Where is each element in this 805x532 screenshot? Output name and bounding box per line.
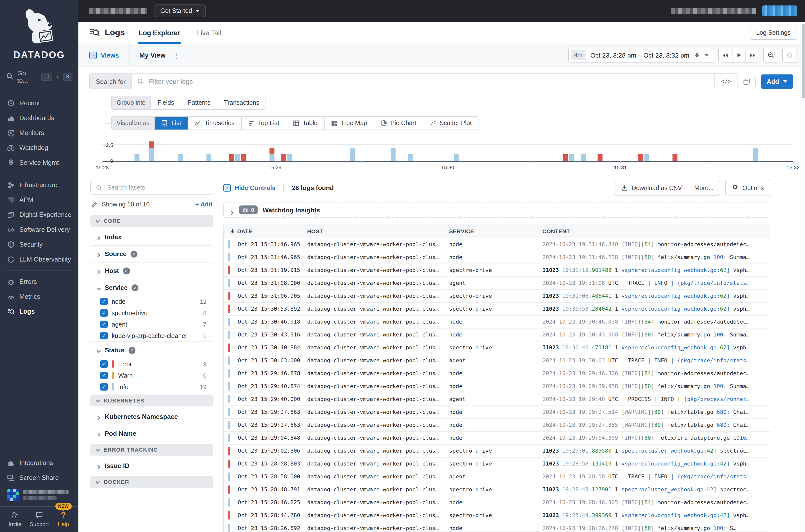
views-button[interactable]: › Views bbox=[78, 44, 129, 66]
viz-option-table[interactable]: Table bbox=[286, 117, 324, 130]
redacted-upgrade-button[interactable] bbox=[762, 5, 797, 16]
chart-bar[interactable] bbox=[638, 154, 643, 161]
current-view-name[interactable]: My View bbox=[139, 51, 166, 59]
options-button[interactable]: Options bbox=[725, 179, 770, 196]
sidebar-item-llm-observability[interactable]: LLM Observability bbox=[0, 252, 78, 267]
chart-bar[interactable] bbox=[753, 148, 758, 161]
facet-section-docker[interactable]: DOCKER bbox=[90, 476, 213, 488]
viz-option-tree-map[interactable]: Tree Map bbox=[324, 117, 374, 130]
facet-index[interactable]: Index bbox=[89, 229, 214, 245]
sidebar-item-dashboards[interactable]: Dashboards bbox=[0, 111, 78, 126]
refresh-button[interactable] bbox=[782, 48, 797, 62]
facet-issue-id[interactable]: Issue ID bbox=[89, 458, 214, 474]
chart-bar[interactable] bbox=[281, 154, 286, 161]
log-row[interactable]: Oct 23 15:28:48.791datadog-cluster-vmwar… bbox=[224, 483, 770, 496]
chart-bar[interactable] bbox=[149, 141, 154, 161]
get-started-button[interactable]: Get Started bbox=[154, 4, 206, 17]
log-row[interactable]: Oct 23 15:29:46.878datadog-cluster-vmwar… bbox=[224, 367, 770, 380]
column-header-host[interactable]: HOST bbox=[302, 228, 444, 234]
log-row[interactable]: Oct 23 15:28:58.803datadog-cluster-vmwar… bbox=[224, 458, 770, 471]
checkbox-checked-icon[interactable]: ✓ bbox=[100, 383, 108, 391]
chart-bar[interactable] bbox=[287, 154, 292, 161]
checkbox-checked-icon[interactable]: ✓ bbox=[100, 321, 108, 328]
facet-option-error[interactable]: ✓Error9 bbox=[89, 358, 214, 370]
log-row[interactable]: Oct 23 15:29:40.000datadog-cluster-vmwar… bbox=[224, 393, 770, 406]
viz-option-timeseries[interactable]: Timeseries bbox=[188, 117, 242, 130]
log-settings-button[interactable]: Log Settings bbox=[750, 26, 797, 40]
zoom-out-button[interactable] bbox=[763, 48, 778, 62]
group-option-fields[interactable]: Fields bbox=[151, 96, 181, 109]
sidebar-item-apm[interactable]: APM bbox=[0, 193, 78, 207]
log-row[interactable]: Oct 23 15:31:06.905datadog-cluster-vmwar… bbox=[224, 290, 770, 303]
facet-section-kubernetes[interactable]: KUBERNETES bbox=[90, 395, 213, 406]
invite-button[interactable]: Invite bbox=[3, 511, 27, 527]
log-row[interactable]: Oct 23 15:31:46.965datadog-cluster-vmwar… bbox=[224, 251, 770, 264]
chart-bar[interactable] bbox=[569, 154, 574, 161]
facet-option-node[interactable]: ✓node12 bbox=[89, 296, 214, 307]
sidebar-item-screen-share[interactable]: Screen Share bbox=[0, 471, 78, 486]
log-row[interactable]: Oct 23 15:29:04.848datadog-cluster-vmwar… bbox=[224, 432, 770, 445]
download-csv-button[interactable]: Download as CSV bbox=[615, 181, 688, 195]
goto-search[interactable]: Go to... ⌘ + K bbox=[0, 66, 78, 87]
facet-option-warn[interactable]: ✓Warn0 bbox=[89, 370, 214, 381]
sidebar-item-errors[interactable]: Errors bbox=[0, 274, 78, 289]
log-row[interactable]: Oct 23 15:30:46.918datadog-cluster-vmwar… bbox=[224, 316, 770, 328]
viz-option-top-list[interactable]: Top List bbox=[242, 117, 286, 130]
log-row[interactable]: Oct 23 15:31:08.000datadog-cluster-vmwar… bbox=[224, 277, 770, 290]
facet-kubernetes-namespace[interactable]: Kubernetes Namespace bbox=[89, 408, 214, 425]
sidebar-item-metrics[interactable]: Metrics bbox=[0, 289, 78, 304]
add-facet-button[interactable]: + Add bbox=[195, 201, 212, 208]
facet-section-core[interactable]: CORE bbox=[90, 215, 213, 227]
sidebar-item-service-mgmt[interactable]: Service Mgmt bbox=[0, 155, 78, 170]
pin-icon[interactable] bbox=[694, 52, 700, 58]
facet-section-error-tracking[interactable]: ERROR TRACKING bbox=[90, 444, 213, 456]
chart-bar[interactable] bbox=[229, 154, 234, 161]
facet-source[interactable]: Source✓ bbox=[89, 246, 214, 262]
chart-bar[interactable] bbox=[644, 154, 649, 161]
log-row[interactable]: Oct 23 15:28:46.825datadog-cluster-vmwar… bbox=[224, 496, 770, 509]
sidebar-item-infrastructure[interactable]: Infrastructure bbox=[0, 178, 78, 193]
chart-bar[interactable] bbox=[563, 154, 568, 161]
watchdog-insights[interactable]: 0 Watchdog Insights bbox=[223, 202, 770, 218]
view-menu-kebab-icon[interactable]: ⋮ bbox=[172, 51, 180, 59]
facet-service[interactable]: Service✓ bbox=[89, 279, 214, 296]
facet-host[interactable]: Host✓ bbox=[89, 263, 214, 279]
checkbox-checked-icon[interactable]: ✓ bbox=[100, 332, 108, 339]
checkbox-checked-icon[interactable]: ✓ bbox=[100, 309, 108, 317]
log-row[interactable]: Oct 23 15:28:58.000datadog-cluster-vmwar… bbox=[224, 471, 770, 483]
checkbox-checked-icon[interactable]: ✓ bbox=[100, 298, 108, 305]
facet-option-kube-vip-arp-cache-cleaner[interactable]: ✓kube-vip-arp-cache-cleaner1 bbox=[89, 330, 214, 341]
log-row[interactable]: Oct 23 15:29:27.863datadog-cluster-vmwar… bbox=[224, 406, 770, 419]
copy-icon[interactable] bbox=[743, 78, 750, 85]
log-row[interactable]: Oct 23 15:29:02.806datadog-cluster-vmwar… bbox=[224, 445, 770, 458]
chart-bar[interactable] bbox=[390, 148, 396, 161]
play-button[interactable] bbox=[732, 48, 745, 62]
chart-bar[interactable] bbox=[235, 154, 240, 161]
log-row[interactable]: Oct 23 15:28:26.892datadog-cluster-vmwar… bbox=[224, 522, 770, 532]
log-row[interactable]: Oct 23 15:31:46.965datadog-cluster-vmwar… bbox=[224, 238, 770, 251]
page-scrollbar[interactable] bbox=[801, 22, 805, 532]
sidebar-item-software-delivery[interactable]: Software Delivery bbox=[0, 222, 78, 237]
log-row[interactable]: Oct 23 15:30:40.884datadog-cluster-vmwar… bbox=[224, 341, 770, 354]
scrollbar-thumb[interactable] bbox=[802, 24, 805, 98]
chart-bar[interactable] bbox=[672, 154, 677, 161]
chart-bar[interactable] bbox=[408, 154, 413, 161]
column-header-service[interactable]: SERVICE bbox=[444, 228, 537, 234]
chart-bar[interactable] bbox=[580, 154, 586, 161]
help-button[interactable]: NEW?Help bbox=[51, 511, 75, 527]
facet-option-info[interactable]: ✓Info19 bbox=[89, 381, 214, 393]
checkbox-checked-icon[interactable]: ✓ bbox=[100, 360, 108, 368]
sidebar-item-watchdog[interactable]: Watchdog bbox=[0, 140, 78, 155]
sidebar-item-logs[interactable]: Logs bbox=[0, 304, 78, 319]
rewind-button[interactable] bbox=[718, 48, 732, 62]
datadog-logo[interactable]: DATADOG bbox=[0, 0, 78, 66]
facet-option-agent[interactable]: ✓agent7 bbox=[89, 319, 214, 330]
log-filter-input[interactable] bbox=[148, 77, 710, 86]
sidebar-item-recent[interactable]: Recent bbox=[0, 96, 78, 111]
checkbox-checked-icon[interactable]: ✓ bbox=[100, 372, 108, 379]
log-row[interactable]: Oct 23 15:30:43.916datadog-cluster-vmwar… bbox=[224, 328, 770, 341]
group-option-patterns[interactable]: Patterns bbox=[181, 96, 217, 109]
log-row[interactable]: Oct 23 15:31:19.915datadog-cluster-vmwar… bbox=[224, 264, 770, 277]
tab-log-explorer[interactable]: Log Explorer bbox=[138, 22, 181, 44]
tab-live-tail[interactable]: Live Tail bbox=[196, 22, 222, 44]
